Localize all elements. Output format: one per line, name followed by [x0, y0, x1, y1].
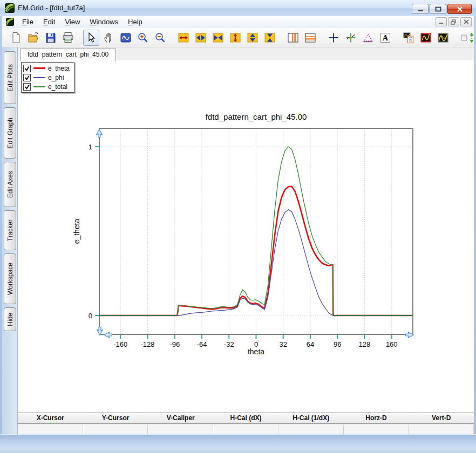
full-scale-x-button[interactable]: [175, 30, 192, 46]
zoom-in-icon: [137, 31, 149, 44]
caliper-button[interactable]: [360, 30, 376, 46]
svg-text:e_theta: e_theta: [72, 218, 81, 244]
pan-tool-icon: [102, 31, 115, 44]
status-header-x-cursor: X-Cursor: [18, 413, 83, 423]
svg-text:-96: -96: [169, 340, 180, 348]
sidebar-tab-tracker[interactable]: Tracker: [4, 210, 16, 250]
zoom-in-button[interactable]: [135, 30, 151, 46]
chart-canvas[interactable]: -160-128-96-64-32032649612816001fdtd_pat…: [18, 60, 474, 413]
legend-label: e_phi: [48, 74, 64, 81]
compress-x-button[interactable]: [210, 30, 226, 46]
status-header-h-cal-1-dx-: H-Cal (1/dX): [278, 413, 344, 423]
status-headers: X-CursorY-CursorV-CaliperH-Cal (dX)H-Cal…: [18, 413, 474, 424]
expand-y-button[interactable]: [244, 30, 261, 46]
menu-help[interactable]: Help: [123, 16, 147, 28]
legend-row-e_theta: e_theta: [23, 64, 70, 73]
svg-text:A: A: [383, 33, 389, 42]
status-header-v-caliper: V-Caliper: [148, 413, 213, 423]
svg-text:-160: -160: [113, 340, 127, 348]
document-logo-icon: [6, 18, 14, 26]
content-area: fdtd_pattern_cart_phi_45.00 -160-128-96-…: [17, 47, 474, 435]
split-horizontal-button[interactable]: [302, 30, 318, 46]
menu-edit[interactable]: Edit: [38, 16, 60, 28]
link-y-axes-button[interactable]: [458, 30, 476, 46]
select-tool-button[interactable]: [83, 30, 99, 46]
document-tab-strip: fdtd_pattern_cart_phi_45.00: [18, 47, 474, 61]
split-vertical-button[interactable]: [285, 30, 301, 46]
zoom-region-button[interactable]: [118, 30, 134, 46]
zoom-out-icon: [154, 31, 167, 44]
menu-view[interactable]: View: [60, 16, 85, 28]
sidebar-tab-edit-plots[interactable]: Edit Plots: [4, 51, 16, 104]
minimize-button[interactable]: [412, 4, 429, 14]
legend-label: e_theta: [48, 65, 70, 72]
sidebar: Edit PlotsEdit GraphEdit AxesTrackerWork…: [2, 47, 17, 435]
main-area: Edit PlotsEdit GraphEdit AxesTrackerWork…: [2, 47, 474, 435]
menu-windows[interactable]: Windows: [85, 16, 123, 28]
series-e_theta: [99, 187, 413, 315]
legend-checkbox-e_total[interactable]: [23, 83, 31, 91]
save-button[interactable]: [43, 30, 59, 46]
document-tab[interactable]: fdtd_pattern_cart_phi_45.00: [20, 49, 116, 61]
status-value-cell: [213, 425, 278, 434]
maximize-button[interactable]: [430, 4, 446, 14]
legend-line-sample: [33, 67, 45, 69]
full-scale-y-icon: [229, 31, 242, 44]
status-header-h-cal-dx-: H-Cal (dX): [213, 413, 278, 423]
text-annotation-button[interactable]: A: [377, 30, 393, 46]
print-button[interactable]: [60, 30, 76, 46]
status-cells: [18, 424, 474, 435]
legend-box: e_thetae_phie_total: [21, 62, 74, 93]
single-plot-button[interactable]: [418, 30, 434, 46]
sidebar-tab-label: Tracker: [6, 219, 14, 241]
legend-label: e_total: [48, 83, 67, 91]
compress-y-icon: [263, 31, 276, 44]
new-document-icon: [10, 31, 23, 44]
status-header-vert-d: Vert-D: [409, 413, 474, 423]
legend-line-sample: [33, 86, 45, 87]
svg-text:160: 160: [386, 340, 398, 348]
sidebar-tab-hide[interactable]: Hide: [4, 307, 16, 331]
text-annotation-icon: A: [379, 31, 392, 44]
compress-y-button[interactable]: [262, 30, 278, 46]
menu-items: FileEditViewWindowsHelp: [17, 16, 147, 28]
toolbar: ALayout: [2, 28, 474, 47]
full-scale-y-button[interactable]: [227, 30, 243, 46]
svg-text:32: 32: [280, 340, 287, 348]
crosshair-button[interactable]: [325, 30, 342, 46]
zoom-region-icon: [119, 31, 132, 44]
status-header-horz-d: Horz-D: [344, 413, 409, 423]
menu-file[interactable]: File: [17, 16, 38, 28]
status-value-cell: [18, 425, 83, 434]
menu-bar: FileEditViewWindowsHelp: [2, 16, 474, 29]
mdi-restore-button[interactable]: [448, 17, 459, 26]
tracker-button[interactable]: [343, 30, 359, 46]
pan-tool-button[interactable]: [100, 30, 117, 46]
status-value-cell: [409, 425, 474, 434]
mdi-close-button[interactable]: [460, 17, 472, 26]
sidebar-tab-workspace[interactable]: Workspace: [4, 253, 16, 304]
legend-checkbox-e_phi[interactable]: [23, 74, 31, 81]
status-value-cell: [83, 425, 148, 434]
status-header-y-cursor: Y-Cursor: [83, 413, 148, 423]
legend-toggle-button[interactable]: [400, 30, 417, 46]
sidebar-tab-edit-graph[interactable]: Edit Graph: [4, 107, 16, 159]
close-button[interactable]: [447, 4, 472, 14]
open-file-button[interactable]: [25, 30, 42, 46]
window-bottom-border: [0, 434, 476, 453]
sidebar-tab-label: Edit Graph: [6, 118, 14, 148]
svg-text:fdtd_pattern_cart_phi_45.00: fdtd_pattern_cart_phi_45.00: [206, 112, 307, 121]
overlay-plots-button[interactable]: [435, 30, 451, 46]
mdi-minimize-button[interactable]: [436, 17, 447, 26]
new-document-button[interactable]: [8, 30, 24, 46]
zoom-out-button[interactable]: [152, 30, 168, 46]
sidebar-tab-edit-axes[interactable]: Edit Axes: [4, 162, 16, 207]
legend-row-e_total: e_total: [23, 82, 70, 91]
legend-checkbox-e_theta[interactable]: [23, 65, 31, 72]
svg-text:theta: theta: [248, 347, 264, 356]
crosshair-icon: [327, 31, 340, 44]
sidebar-tab-label: Edit Axes: [6, 171, 14, 198]
svg-text:0: 0: [89, 312, 92, 320]
expand-x-button[interactable]: [193, 30, 209, 46]
overlay-plots-icon: [437, 31, 450, 44]
